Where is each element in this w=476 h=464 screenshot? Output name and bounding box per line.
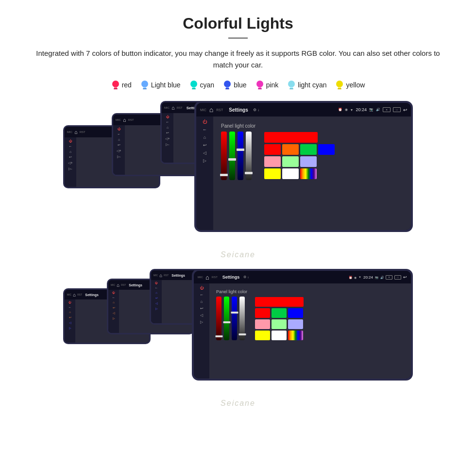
color-item-red: red [111, 80, 132, 90]
svg-point-6 [190, 81, 197, 87]
bulb-lightblue [140, 80, 149, 90]
color-label-red: red [122, 81, 132, 89]
page-title: Colorful Lights [19, 15, 457, 33]
color-indicators-row: red Light blue cyan blue [19, 80, 457, 90]
svg-rect-11 [225, 88, 229, 89]
page-container: Colorful Lights Integrated with 7 colors… [0, 0, 476, 422]
color-item-pink: pink [255, 80, 279, 90]
color-label-pink: pink [266, 81, 279, 89]
svg-point-12 [256, 81, 263, 87]
device-main-top: MIC ⌂ RST Settings ⚙ ↓ ⏰◉▼ 20:24 📷🔊 ✕ □ … [194, 101, 413, 232]
svg-point-15 [288, 81, 295, 87]
bulb-blue [223, 80, 232, 90]
svg-rect-8 [192, 88, 196, 89]
panel-label-bottom: Panel light color [216, 289, 247, 294]
svg-point-9 [224, 81, 231, 87]
time-display: 20:24 [356, 107, 367, 112]
time-display-bottom: 20:24 [363, 275, 373, 280]
top-device-row: MIC ⌂ RST ⏻ ← ⌂ ↩ ◁+ ▷- [19, 101, 457, 244]
svg-rect-5 [143, 88, 147, 89]
color-label-cyan: cyan [200, 81, 215, 89]
color-item-lightcyan: light cyan [287, 80, 326, 90]
svg-rect-20 [338, 88, 341, 89]
watermark-top: Seicane [19, 248, 457, 264]
color-label-lightblue: Light blue [151, 81, 181, 89]
title-divider [228, 37, 248, 39]
svg-point-18 [336, 81, 343, 87]
svg-point-3 [141, 81, 148, 87]
settings-label-bottom: Settings [222, 275, 240, 280]
bulb-pink [255, 80, 264, 90]
color-item-cyan: cyan [189, 80, 215, 90]
description-text: Integrated with 7 colors of button indic… [32, 48, 444, 71]
svg-rect-17 [289, 88, 293, 89]
color-item-yellow: yellow [335, 80, 365, 90]
bulb-yellow [335, 80, 344, 90]
bulb-red [111, 80, 120, 90]
svg-rect-2 [114, 88, 118, 89]
watermark-bottom: Seicane [19, 397, 457, 413]
svg-rect-14 [258, 88, 262, 89]
color-label-yellow: yellow [346, 81, 365, 89]
bulb-lightcyan [287, 80, 296, 90]
color-label-blue: blue [234, 81, 246, 89]
settings-label-top: Settings [229, 107, 248, 113]
color-item-lightblue: Light blue [140, 80, 181, 90]
svg-point-0 [112, 81, 119, 87]
color-item-blue: blue [223, 80, 246, 90]
bulb-cyan [189, 80, 198, 90]
device-main-bottom: MIC ⌂ RST Settings ⚙ ↓ ⏰◉▼ 20:24 📷🔊 ✕ □ … [192, 269, 413, 381]
color-label-lightcyan: light cyan [298, 81, 326, 89]
bottom-device-row: MIC ⌂ RST Settings ⏻ ← ⌂ ↩ ◁ ▷ [19, 269, 457, 390]
panel-label-top: Panel light color [221, 123, 255, 129]
